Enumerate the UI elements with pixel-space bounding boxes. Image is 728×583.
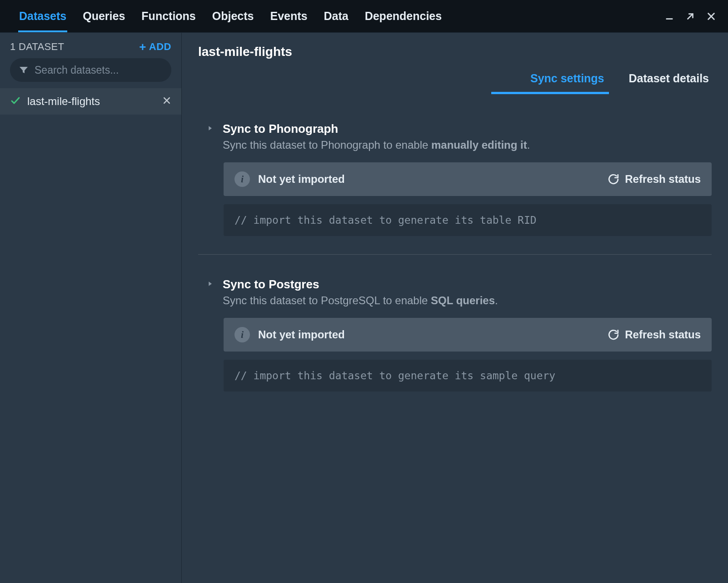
caret-right-icon	[206, 125, 214, 132]
tab-label: Datasets	[19, 10, 66, 23]
tab-objects[interactable]: Objects	[204, 0, 262, 32]
arrow-up-right-icon	[685, 11, 695, 21]
main-header: last-mile-flights	[182, 33, 728, 59]
postgres-code-block: // import this dataset to generate its s…	[224, 360, 712, 392]
expand-phonograph-button[interactable]	[206, 125, 214, 134]
close-button[interactable]	[705, 10, 717, 22]
desc-bold: SQL queries	[431, 294, 495, 307]
tab-dependencies[interactable]: Dependencies	[357, 0, 450, 32]
desc-prefix: Sync this dataset to Phonograph to enabl…	[223, 139, 431, 151]
remove-dataset-button[interactable]	[162, 96, 171, 107]
close-icon	[706, 11, 716, 21]
phonograph-code-block: // import this dataset to generate its t…	[224, 204, 712, 236]
section-text: Sync to Postgres Sync this dataset to Po…	[223, 277, 498, 307]
expand-postgres-button[interactable]	[206, 280, 214, 289]
postgres-refresh-button[interactable]: Refresh status	[608, 328, 701, 341]
tab-data[interactable]: Data	[315, 0, 356, 32]
tab-dataset-details[interactable]: Dataset details	[626, 64, 712, 94]
info-icon: i	[234, 171, 250, 187]
caret-right-icon	[206, 280, 214, 287]
sidebar-item-last-mile-flights[interactable]: last-mile-flights	[0, 88, 181, 115]
status-text: Not yet imported	[258, 328, 345, 341]
page-title: last-mile-flights	[198, 45, 712, 59]
search-wrap	[0, 58, 181, 88]
tab-functions[interactable]: Functions	[133, 0, 204, 32]
section-title: Sync to Postgres	[223, 277, 498, 292]
main-panel: last-mile-flights Sync settings Dataset …	[182, 33, 728, 583]
plus-icon: +	[139, 41, 146, 53]
dataset-item-name: last-mile-flights	[27, 95, 156, 108]
section-head: Sync to Postgres Sync this dataset to Po…	[198, 277, 712, 307]
main-tabs: Sync settings Dataset details	[182, 59, 728, 95]
add-dataset-button[interactable]: + ADD	[139, 41, 171, 53]
tab-label: Dataset details	[629, 72, 709, 85]
dataset-count-label: 1 DATASET	[10, 41, 64, 53]
sync-phonograph-section: Sync to Phonograph Sync this dataset to …	[198, 113, 712, 250]
postgres-status-bar: i Not yet imported Refresh status	[224, 318, 712, 352]
tab-label: Data	[324, 10, 348, 23]
check-icon	[10, 95, 21, 108]
add-label: ADD	[149, 41, 171, 53]
tab-label: Objects	[212, 10, 254, 23]
desc-bold: manually editing it	[431, 139, 527, 151]
phonograph-status-bar: i Not yet imported Refresh status	[224, 162, 712, 196]
info-icon: i	[234, 327, 250, 342]
minimize-icon	[664, 11, 674, 21]
sidebar-header: 1 DATASET + ADD	[0, 33, 181, 58]
window-controls	[663, 10, 717, 22]
sidebar: 1 DATASET + ADD last-mile-flights	[0, 33, 182, 583]
phonograph-refresh-button[interactable]: Refresh status	[608, 173, 701, 186]
refresh-icon	[608, 329, 619, 341]
section-head: Sync to Phonograph Sync this dataset to …	[198, 122, 712, 151]
popout-button[interactable]	[684, 10, 696, 22]
section-desc: Sync this dataset to PostgreSQL to enabl…	[223, 294, 498, 307]
status-left: i Not yet imported	[234, 327, 345, 342]
tab-label: Events	[270, 10, 307, 23]
tab-label: Sync settings	[530, 72, 604, 85]
app-frame: Datasets Queries Functions Objects Event…	[0, 0, 728, 583]
tab-datasets[interactable]: Datasets	[11, 0, 75, 32]
content: Sync to Phonograph Sync this dataset to …	[182, 95, 728, 423]
tab-label: Queries	[83, 10, 125, 23]
section-desc: Sync this dataset to Phonograph to enabl…	[223, 139, 530, 151]
dataset-list: last-mile-flights	[0, 88, 181, 115]
tab-sync-settings[interactable]: Sync settings	[528, 64, 607, 94]
desc-suffix: .	[527, 139, 530, 151]
minimize-button[interactable]	[663, 10, 675, 22]
tab-queries[interactable]: Queries	[75, 0, 133, 32]
topbar-tabs: Datasets Queries Functions Objects Event…	[11, 0, 450, 32]
refresh-icon	[608, 173, 619, 185]
refresh-label: Refresh status	[625, 173, 701, 186]
section-text: Sync to Phonograph Sync this dataset to …	[223, 122, 530, 151]
tab-events[interactable]: Events	[262, 0, 315, 32]
status-left: i Not yet imported	[234, 171, 345, 187]
tab-label: Functions	[141, 10, 195, 23]
refresh-label: Refresh status	[625, 328, 701, 341]
section-title: Sync to Phonograph	[223, 122, 530, 136]
svg-line-1	[688, 14, 693, 19]
status-text: Not yet imported	[258, 173, 345, 186]
search-input[interactable]	[35, 64, 169, 76]
search-field[interactable]	[10, 58, 171, 82]
close-icon	[162, 96, 171, 105]
desc-suffix: .	[495, 294, 498, 307]
sync-postgres-section: Sync to Postgres Sync this dataset to Po…	[198, 254, 712, 405]
filter-icon	[18, 65, 29, 75]
desc-prefix: Sync this dataset to PostgreSQL to enabl…	[223, 294, 431, 307]
topbar: Datasets Queries Functions Objects Event…	[0, 0, 728, 33]
tab-label: Dependencies	[365, 10, 442, 23]
body: 1 DATASET + ADD last-mile-flights	[0, 33, 728, 583]
